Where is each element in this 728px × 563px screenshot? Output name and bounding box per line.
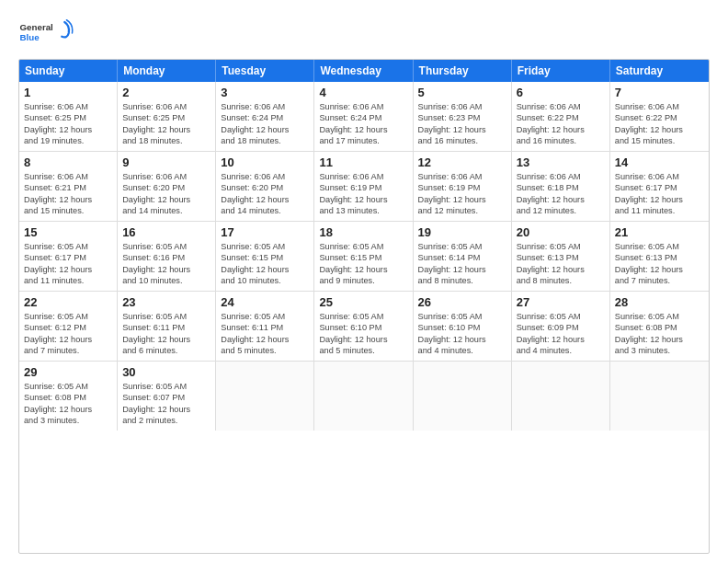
sunset-line: Sunset: 6:19 PM — [418, 182, 506, 193]
daylight-line: Daylight: 12 hours — [24, 194, 112, 205]
calendar-header: SundayMondayTuesdayWednesdayThursdayFrid… — [19, 60, 709, 82]
daylight-minutes-line: and 2 minutes. — [122, 415, 210, 426]
day-number: 21 — [615, 225, 704, 239]
sunset-line: Sunset: 6:24 PM — [319, 112, 407, 123]
sunset-line: Sunset: 6:20 PM — [221, 182, 309, 193]
sunrise-line: Sunrise: 6:05 AM — [122, 311, 210, 322]
calendar-cell-27: 28 Sunrise: 6:05 AM Sunset: 6:08 PM Dayl… — [610, 292, 709, 361]
sunset-line: Sunset: 6:15 PM — [319, 252, 407, 263]
sunrise-line: Sunrise: 6:05 AM — [24, 241, 112, 252]
daylight-line: Daylight: 12 hours — [24, 334, 112, 345]
day-number: 4 — [319, 86, 407, 99]
calendar-body: 1 Sunrise: 6:06 AM Sunset: 6:25 PM Dayli… — [19, 82, 709, 431]
day-number: 24 — [221, 295, 309, 309]
day-number: 13 — [517, 155, 605, 169]
sunrise-line: Sunrise: 6:05 AM — [517, 311, 605, 322]
daylight-line: Daylight: 12 hours — [615, 194, 704, 205]
daylight-line: Daylight: 12 hours — [517, 334, 605, 345]
sunset-line: Sunset: 6:08 PM — [24, 392, 112, 403]
day-number: 29 — [24, 365, 112, 379]
sunrise-line: Sunrise: 6:05 AM — [122, 381, 210, 392]
sunrise-line: Sunrise: 6:05 AM — [24, 311, 112, 322]
sunrise-line: Sunrise: 6:05 AM — [615, 311, 704, 322]
calendar-cell-26: 27 Sunrise: 6:05 AM Sunset: 6:09 PM Dayl… — [512, 292, 610, 361]
sunset-line: Sunset: 6:22 PM — [615, 112, 704, 123]
daylight-line: Daylight: 12 hours — [221, 334, 309, 345]
day-number: 12 — [418, 155, 506, 169]
calendar-cell-6: 7 Sunrise: 6:06 AM Sunset: 6:22 PM Dayli… — [610, 82, 709, 151]
calendar-cell-17: 18 Sunrise: 6:05 AM Sunset: 6:15 PM Dayl… — [314, 222, 413, 291]
daylight-line: Daylight: 12 hours — [517, 194, 605, 205]
header-sunday: Sunday — [19, 60, 118, 82]
sunset-line: Sunset: 6:17 PM — [24, 252, 112, 263]
day-number: 15 — [24, 225, 112, 239]
sunrise-line: Sunrise: 6:05 AM — [221, 241, 309, 252]
calendar-cell-25: 26 Sunrise: 6:05 AM Sunset: 6:10 PM Dayl… — [414, 292, 512, 361]
sunset-line: Sunset: 6:22 PM — [517, 112, 605, 123]
daylight-line: Daylight: 12 hours — [319, 334, 407, 345]
sunrise-line: Sunrise: 6:06 AM — [122, 171, 210, 182]
sunset-line: Sunset: 6:20 PM — [122, 182, 210, 193]
sunrise-line: Sunrise: 6:06 AM — [319, 171, 407, 182]
daylight-line: Daylight: 12 hours — [418, 194, 506, 205]
calendar-cell-24: 25 Sunrise: 6:05 AM Sunset: 6:10 PM Dayl… — [314, 292, 413, 361]
daylight-line: Daylight: 12 hours — [221, 264, 309, 275]
day-number: 7 — [615, 86, 704, 99]
sunrise-line: Sunrise: 6:06 AM — [122, 101, 210, 112]
calendar-cell-1: 2 Sunrise: 6:06 AM Sunset: 6:25 PM Dayli… — [118, 82, 216, 151]
daylight-line: Daylight: 12 hours — [122, 404, 210, 415]
day-number: 20 — [517, 225, 605, 239]
calendar-cell-15: 16 Sunrise: 6:05 AM Sunset: 6:16 PM Dayl… — [118, 222, 216, 291]
daylight-minutes-line: and 18 minutes. — [122, 135, 210, 146]
daylight-line: Daylight: 12 hours — [122, 334, 210, 345]
daylight-minutes-line: and 8 minutes. — [418, 275, 506, 286]
calendar-cell-12: 13 Sunrise: 6:06 AM Sunset: 6:18 PM Dayl… — [512, 152, 610, 221]
day-number: 16 — [122, 225, 210, 239]
sunset-line: Sunset: 6:10 PM — [418, 322, 506, 333]
sunset-line: Sunset: 6:13 PM — [615, 252, 704, 263]
calendar-cell-29: 30 Sunrise: 6:05 AM Sunset: 6:07 PM Dayl… — [118, 362, 216, 431]
daylight-minutes-line: and 15 minutes. — [24, 205, 112, 216]
daylight-minutes-line: and 4 minutes. — [517, 345, 605, 356]
daylight-minutes-line: and 3 minutes. — [24, 415, 112, 426]
calendar: SundayMondayTuesdayWednesdayThursdayFrid… — [18, 59, 710, 554]
calendar-cell-34 — [610, 362, 709, 431]
sunrise-line: Sunrise: 6:05 AM — [517, 241, 605, 252]
daylight-minutes-line: and 19 minutes. — [24, 135, 112, 146]
calendar-row-2: 8 Sunrise: 6:06 AM Sunset: 6:21 PM Dayli… — [19, 151, 709, 221]
day-number: 3 — [221, 86, 309, 99]
calendar-row-5: 29 Sunrise: 6:05 AM Sunset: 6:08 PM Dayl… — [19, 361, 709, 431]
daylight-minutes-line: and 5 minutes. — [319, 345, 407, 356]
daylight-minutes-line: and 14 minutes. — [122, 205, 210, 216]
sunset-line: Sunset: 6:07 PM — [122, 392, 210, 403]
sunset-line: Sunset: 6:18 PM — [517, 182, 605, 193]
sunset-line: Sunset: 6:24 PM — [221, 112, 309, 123]
daylight-line: Daylight: 12 hours — [24, 404, 112, 415]
day-number: 9 — [122, 155, 210, 169]
day-number: 6 — [517, 86, 605, 99]
daylight-line: Daylight: 12 hours — [418, 264, 506, 275]
day-number: 14 — [615, 155, 704, 169]
sunrise-line: Sunrise: 6:06 AM — [517, 171, 605, 182]
sunrise-line: Sunrise: 6:05 AM — [24, 381, 112, 392]
sunset-line: Sunset: 6:10 PM — [319, 322, 407, 333]
sunset-line: Sunset: 6:15 PM — [221, 252, 309, 263]
day-number: 19 — [418, 225, 506, 239]
daylight-line: Daylight: 12 hours — [517, 264, 605, 275]
day-number: 18 — [319, 225, 407, 239]
calendar-cell-20: 21 Sunrise: 6:05 AM Sunset: 6:13 PM Dayl… — [610, 222, 709, 291]
daylight-line: Daylight: 12 hours — [122, 264, 210, 275]
day-number: 8 — [24, 155, 112, 169]
sunrise-line: Sunrise: 6:06 AM — [24, 171, 112, 182]
daylight-line: Daylight: 12 hours — [319, 264, 407, 275]
sunset-line: Sunset: 6:13 PM — [517, 252, 605, 263]
day-number: 22 — [24, 295, 112, 309]
sunrise-line: Sunrise: 6:05 AM — [319, 311, 407, 322]
calendar-cell-7: 8 Sunrise: 6:06 AM Sunset: 6:21 PM Dayli… — [19, 152, 118, 221]
daylight-minutes-line: and 15 minutes. — [615, 135, 704, 146]
day-number: 5 — [418, 86, 506, 99]
sunrise-line: Sunrise: 6:06 AM — [319, 101, 407, 112]
day-number: 25 — [319, 295, 407, 309]
sunrise-line: Sunrise: 6:06 AM — [517, 101, 605, 112]
sunrise-line: Sunrise: 6:06 AM — [221, 101, 309, 112]
